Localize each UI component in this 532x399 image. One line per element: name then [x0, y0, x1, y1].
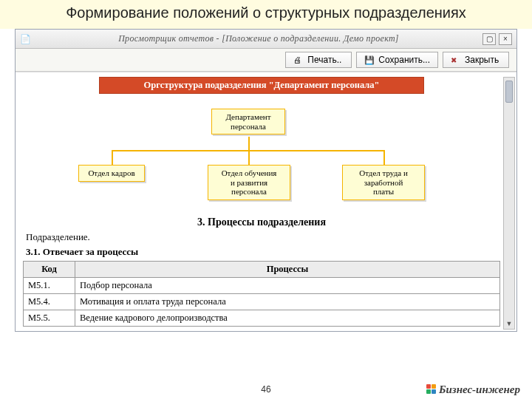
section-3-title: 3. Процессы подразделения [23, 216, 500, 228]
subdivision-label: Подразделение. [26, 231, 500, 243]
close-icon [451, 55, 461, 65]
cell-name: Мотивация и оплата труда персонала [75, 294, 500, 310]
table-row: М5.5. Ведение кадрового делопроизводства [24, 310, 500, 327]
orgstructure-header: Оргструктура подразделения "Департамент … [99, 77, 424, 94]
toolbar: Печать.. Сохранить... Закрыть [16, 49, 516, 72]
org-node-2: Отдел обученияи развитияперсонала [208, 165, 290, 200]
print-button[interactable]: Печать.. [285, 52, 352, 68]
org-node-3: Отдел труда изаработнойплаты [342, 165, 425, 200]
cell-code: М5.1. [24, 278, 75, 294]
cell-code: М5.5. [24, 310, 75, 327]
brand-icon [426, 384, 437, 395]
section-3-1: 3.1. Отвечает за процессы [26, 246, 500, 258]
minimize-button[interactable]: ▢ [482, 33, 496, 45]
app-window: 📄 Просмотрщик отчетов - [Положение о под… [15, 29, 517, 332]
org-node-root: Департаментперсонала [211, 109, 285, 134]
window-title: Просмотрщик отчетов - [Положение о подра… [35, 33, 482, 44]
slide-title: Формирование положений о структурных под… [0, 0, 532, 29]
table-row: М5.1. Подбор персонала [24, 278, 500, 294]
brand-label: Бизнес-инженер [439, 383, 520, 395]
scroll-thumb[interactable] [505, 81, 513, 103]
cell-name: Ведение кадрового делопроизводства [75, 310, 500, 327]
save-icon [364, 55, 375, 65]
close-report-button[interactable]: Закрыть [443, 52, 509, 68]
print-label: Печать.. [307, 55, 341, 65]
scroll-down-icon[interactable]: ▼ [504, 318, 514, 329]
close-button[interactable]: × [499, 33, 512, 45]
org-chart: Департаментперсонала Отдел кадров Отдел … [23, 101, 500, 212]
brand-footer: Бизнес-инженер [426, 383, 520, 396]
vertical-scrollbar[interactable]: ▲ ▼ [503, 77, 515, 330]
app-icon: 📄 [16, 34, 35, 44]
table-header-row: Код Процессы [24, 262, 500, 278]
col-code: Код [24, 262, 75, 278]
titlebar: 📄 Просмотрщик отчетов - [Положение о под… [16, 30, 516, 49]
save-button[interactable]: Сохранить... [356, 52, 438, 68]
cell-name: Подбор персонала [75, 278, 500, 294]
org-node-1: Отдел кадров [78, 165, 145, 182]
close-label: Закрыть [465, 55, 499, 65]
process-table: Код Процессы М5.1. Подбор персонала М5.4… [23, 261, 500, 327]
print-icon [293, 55, 304, 65]
col-process: Процессы [75, 262, 500, 278]
table-row: М5.4. Мотивация и оплата труда персонала [24, 294, 500, 310]
document-viewport: Оргструктура подразделения "Департамент … [16, 72, 516, 331]
cell-code: М5.4. [24, 294, 75, 310]
save-label: Сохранить... [378, 55, 430, 65]
